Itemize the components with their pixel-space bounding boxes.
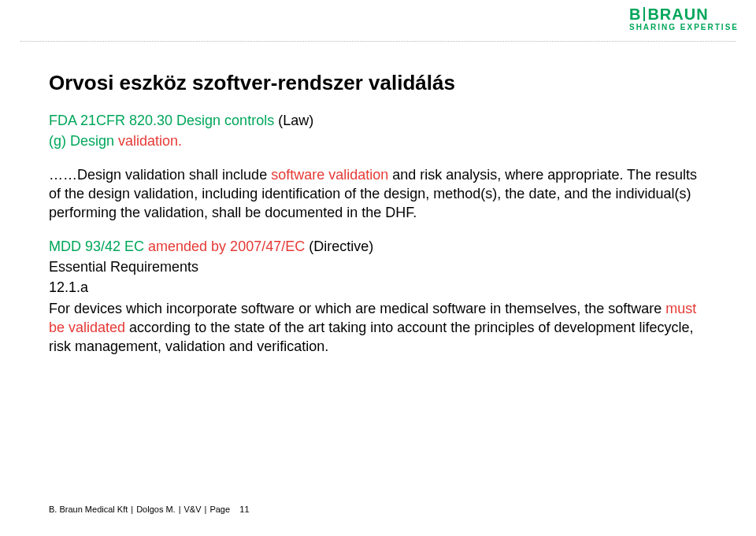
design-g: (g) Design	[49, 133, 118, 149]
sec1-p1b: software validation	[271, 167, 392, 183]
sec2-heading: MDD 93/42 EC amended by 2007/47/EC (Dire…	[49, 237, 709, 256]
mdd-note: (Directive)	[305, 238, 373, 254]
sec2-p1a: For devices which incorporate software o…	[49, 301, 665, 316]
footer-section: V&V	[184, 505, 202, 514]
footer-page-label: Page	[209, 505, 230, 514]
brand-tagline: SHARING EXPERTISE	[629, 24, 739, 31]
footer-sep2: |	[179, 505, 181, 514]
footer-sep1: |	[131, 505, 133, 514]
sec1-paragraph: ……Design validation shall include softwa…	[49, 165, 709, 223]
sec2-clause: 12.1.a	[49, 278, 709, 297]
sec2-essreq: Essential Requirements	[49, 257, 709, 276]
fda-ref-note: (Law)	[274, 113, 313, 128]
sec2: MDD 93/42 EC amended by 2007/47/EC (Dire…	[49, 237, 709, 357]
sec1-line1: FDA 21CFR 820.30 Design controls (Law)	[49, 111, 709, 130]
header-rule	[20, 41, 736, 42]
fda-ref: FDA 21CFR 820.30 Design controls	[49, 113, 274, 128]
brand-b: B	[629, 6, 641, 23]
footer-author: Dolgos M.	[136, 505, 176, 514]
slide-footer: B. Braun Medical Kft|Dolgos M.|V&V|Page …	[49, 505, 250, 514]
brand-divider	[643, 7, 645, 21]
footer-sep3: |	[205, 505, 207, 514]
slide-title: Orvosi eszköz szoftver-rendszer validálá…	[49, 71, 709, 95]
mdd-amended: amended by 2007/47/EC	[148, 238, 305, 254]
brand-logo-top: BBRAUN	[629, 6, 739, 22]
slide-content: Orvosi eszköz szoftver-rendszer validálá…	[49, 71, 709, 356]
sec1-line2: (g) Design validation.	[49, 131, 709, 150]
sec1-p1a: ……Design validation shall include	[49, 167, 271, 183]
sec2-p1c: according to the state of the art taking…	[49, 320, 694, 354]
brand-logo: BBRAUN SHARING EXPERTISE	[629, 6, 739, 31]
mdd-ref: MDD 93/42 EC	[49, 238, 148, 254]
footer-page-num: 11	[239, 505, 249, 514]
footer-org: B. Braun Medical Kft	[49, 505, 128, 514]
brand-braun: BRAUN	[647, 6, 708, 23]
design-validation-red: validation.	[118, 133, 182, 149]
sec2-paragraph: For devices which incorporate software o…	[49, 299, 709, 357]
